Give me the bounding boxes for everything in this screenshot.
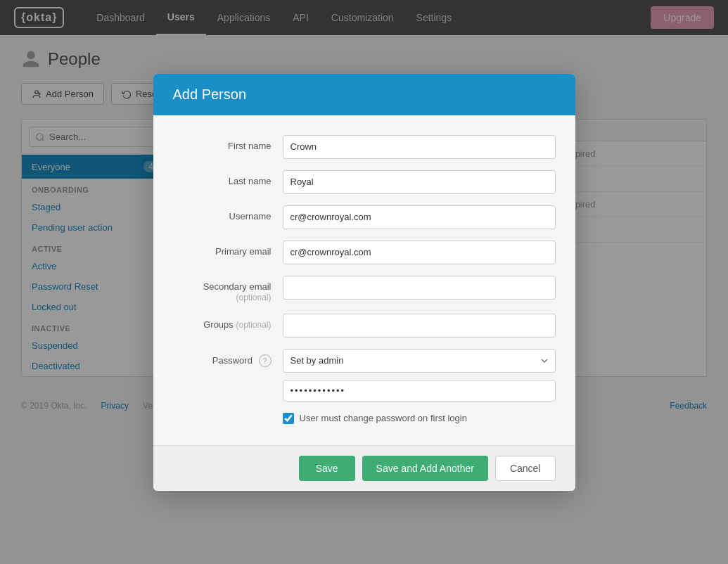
secondary-email-input[interactable] (283, 276, 556, 300)
password-input[interactable] (283, 380, 556, 402)
groups-input[interactable] (283, 314, 556, 338)
username-label: Username (173, 205, 272, 222)
password-type-select[interactable]: Set by admin (283, 349, 556, 373)
groups-row: Groups (optional) (173, 314, 556, 338)
add-person-modal: Add Person First name Last name Username… (153, 74, 575, 421)
first-name-label: First name (173, 135, 272, 151)
password-label: Password ? (173, 349, 272, 367)
first-name-input[interactable] (283, 135, 556, 159)
modal-body: First name Last name Username Primary em… (153, 115, 575, 421)
primary-email-input[interactable] (283, 241, 556, 264)
last-name-label: Last name (173, 170, 272, 186)
primary-email-label: Primary email (173, 241, 272, 257)
change-password-row: User must change password on first login (283, 413, 556, 421)
secondary-email-row: Secondary email (optional) (173, 276, 556, 302)
password-help-icon[interactable]: ? (259, 354, 272, 367)
secondary-email-label: Secondary email (optional) (173, 276, 272, 302)
password-row: Password ? Set by admin (173, 349, 556, 402)
change-password-checkbox[interactable] (283, 413, 294, 421)
last-name-row: Last name (173, 170, 556, 194)
primary-email-row: Primary email (173, 241, 556, 264)
groups-label: Groups (optional) (173, 314, 272, 330)
username-row: Username (173, 205, 556, 229)
username-input[interactable] (283, 205, 556, 229)
change-password-label: User must change password on first login (300, 413, 467, 421)
first-name-row: First name (173, 135, 556, 159)
modal-overlay: Add Person First name Last name Username… (0, 0, 728, 421)
last-name-input[interactable] (283, 170, 556, 194)
modal-title: Add Person (153, 74, 575, 115)
